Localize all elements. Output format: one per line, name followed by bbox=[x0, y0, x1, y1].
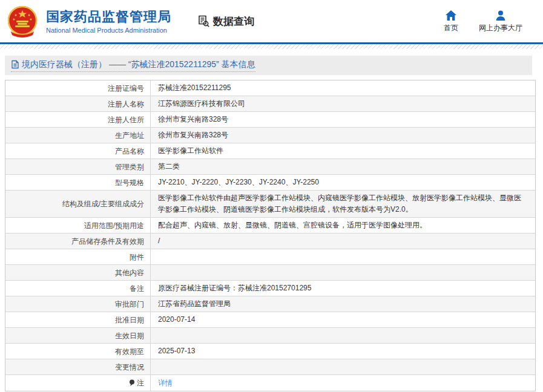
row-value: 详情 bbox=[151, 375, 535, 391]
org-names: 国家药品监督管理局 National Medical Products Admi… bbox=[46, 9, 171, 34]
org-name-cn: 国家药品监督管理局 bbox=[46, 9, 171, 25]
table-row: 管理类别 第二类 bbox=[5, 159, 535, 175]
table-row: 生产地址 徐州市复兴南路328号 bbox=[5, 128, 535, 143]
row-value: 徐州市复兴南路328号 bbox=[151, 128, 535, 143]
table-row: 注册人名称 江苏锦源医疗科技有限公司 bbox=[5, 96, 535, 112]
row-value: JY-2210、JY-2220、JY-2230、JY-2240、JY-2250 bbox=[151, 175, 535, 190]
row-value bbox=[151, 328, 535, 343]
data-query-section: 数据查询 bbox=[197, 15, 254, 28]
row-value: 苏械注准20152211295 bbox=[151, 80, 535, 96]
row-label: 注册证编号 bbox=[5, 80, 151, 96]
row-label: 变更情况 bbox=[5, 359, 151, 374]
national-emblem-icon bbox=[6, 5, 39, 38]
row-value: 配合超声、内窥镜、放射、显微镜、阴道镜、宫腔镜设备，适用于医学图像处理用。 bbox=[151, 218, 535, 233]
nav-home-label: 首页 bbox=[444, 23, 458, 33]
table-row: 型号规格 JY-2210、JY-2220、JY-2230、JY-2240、JY-… bbox=[5, 175, 535, 191]
row-value: 第二类 bbox=[151, 159, 535, 174]
hatch-band bbox=[0, 44, 543, 49]
table-row: 产品名称 医学影像工作站软件 bbox=[5, 143, 535, 159]
row-value: 江苏锦源医疗科技有限公司 bbox=[151, 96, 535, 111]
table-row: 注册人住所 徐州市复兴南路328号 bbox=[5, 112, 535, 128]
details-link[interactable]: 详情 bbox=[158, 377, 173, 389]
home-icon bbox=[446, 10, 456, 21]
row-value: 医学影像工作站软件由超声医学影像工作站模块、内窥镜医学影像工作站模块、放射医学影… bbox=[151, 191, 535, 217]
row-value: / bbox=[151, 234, 535, 249]
nav-home[interactable]: 首页 bbox=[444, 10, 458, 33]
table-row: 其他内容 bbox=[5, 265, 535, 281]
row-label: 结构及组成/主要组成成分 bbox=[5, 191, 151, 217]
row-label-text: 注 bbox=[137, 377, 144, 388]
row-value: 2020-07-14 bbox=[151, 312, 535, 327]
table-row: 适用范围/预期用途 配合超声、内窥镜、放射、显微镜、阴道镜、宫腔镜设备，适用于医… bbox=[5, 218, 535, 234]
row-label: 适用范围/预期用途 bbox=[5, 218, 151, 233]
row-label: 生效日期 bbox=[5, 328, 151, 343]
user-icon bbox=[495, 10, 506, 21]
table-row: 结构及组成/主要组成成分 医学影像工作站软件由超声医学影像工作站模块、内窥镜医学… bbox=[5, 191, 535, 218]
table-row: 附件 bbox=[5, 249, 535, 265]
document-icon bbox=[11, 60, 19, 69]
row-label: 产品名称 bbox=[5, 143, 151, 158]
nav-service-hall-label: 网上办事大厅 bbox=[479, 23, 522, 33]
table-row: 有效期至 2025-07-13 bbox=[5, 344, 535, 359]
note-pin-icon bbox=[129, 379, 135, 387]
row-value bbox=[151, 359, 535, 374]
data-query-label: 数据查询 bbox=[213, 15, 254, 28]
table-row: 注册证编号 苏械注准20152211295 bbox=[5, 80, 535, 96]
row-label: 备注 bbox=[5, 281, 151, 296]
header-nav: 首页 网上办事大厅 bbox=[444, 10, 537, 33]
row-value: 原医疗器械注册证编号：苏械注准20152701295 bbox=[151, 281, 535, 296]
table-row-note: 注 详情 bbox=[5, 375, 535, 391]
org-name-en: National Medical Products Administration bbox=[46, 27, 171, 34]
row-label: 审批部门 bbox=[5, 296, 151, 312]
row-label: 其他内容 bbox=[5, 265, 151, 280]
row-label: 管理类别 bbox=[5, 159, 151, 174]
table-row: 变更情况 bbox=[5, 359, 535, 375]
table-row: 备注 原医疗器械注册证编号：苏械注准20152701295 bbox=[5, 281, 535, 296]
row-value: 江苏省药品监督管理局 bbox=[151, 296, 535, 312]
table-row: 批准日期 2020-07-14 bbox=[5, 312, 535, 328]
row-label: 附件 bbox=[5, 249, 151, 264]
row-value bbox=[151, 265, 535, 280]
row-label: 批准日期 bbox=[5, 312, 151, 327]
row-label: 有效期至 bbox=[5, 344, 151, 359]
table-row: 生效日期 bbox=[5, 328, 535, 344]
row-value bbox=[151, 249, 535, 264]
row-label: 产品储存条件及有效期 bbox=[5, 234, 151, 249]
nav-service-hall[interactable]: 网上办事大厅 bbox=[479, 10, 522, 33]
page-title-text: 境内医疗器械（注册） —— “苏械注准20152211295” 基本信息 bbox=[22, 59, 255, 70]
data-query-icon bbox=[197, 15, 210, 28]
table-row: 产品储存条件及有效期 / bbox=[5, 234, 535, 249]
row-label: 型号规格 bbox=[5, 175, 151, 190]
registration-detail-table: 注册证编号 苏械注准20152211295 注册人名称 江苏锦源医疗科技有限公司… bbox=[5, 80, 536, 391]
row-value: 2025-07-13 bbox=[151, 344, 535, 359]
row-label: 注册人名称 bbox=[5, 96, 151, 111]
row-label: 生产地址 bbox=[5, 128, 151, 143]
table-row: 审批部门 江苏省药品监督管理局 bbox=[5, 296, 535, 312]
row-value: 徐州市复兴南路328号 bbox=[151, 112, 535, 127]
page-title: 境内医疗器械（注册） —— “苏械注准20152211295” 基本信息 bbox=[11, 59, 255, 72]
breadcrumb: 境内医疗器械（注册） —— “苏械注准20152211295” 基本信息 bbox=[5, 56, 532, 75]
row-label: 注 bbox=[5, 375, 151, 391]
row-value: 医学影像工作站软件 bbox=[151, 143, 535, 158]
row-label: 注册人住所 bbox=[5, 112, 151, 127]
site-header: 国家药品监督管理局 National Medical Products Admi… bbox=[0, 0, 543, 42]
